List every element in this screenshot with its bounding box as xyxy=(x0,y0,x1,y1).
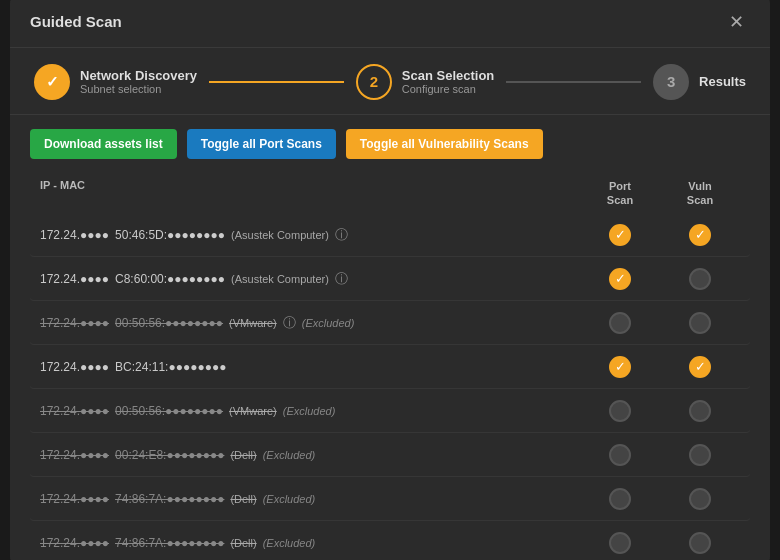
table-row: 172.24.●●●● 00:50:56:●●●●●●●● (VMware) (… xyxy=(30,389,750,433)
step3-title: Results xyxy=(699,74,746,89)
step-results: 3 Results xyxy=(653,64,746,100)
excluded-badge: (Excluded) xyxy=(263,449,316,461)
table-row: 172.24.●●●● BC:24:11:●●●●●●●● ✓ ✓ xyxy=(30,345,750,389)
table-body: 172.24.●●●● 50:46:5D:●●●●●●●● (Asustek C… xyxy=(30,213,750,560)
vuln-scan-toggle[interactable] xyxy=(660,532,740,554)
step2-icon: 2 xyxy=(356,64,392,100)
device-name: (Asustek Computer) xyxy=(231,273,329,285)
port-scan-toggle[interactable] xyxy=(580,532,660,554)
table-row: 172.24.●●●● 00:50:56:●●●●●●●● (VMware) ⓘ… xyxy=(30,301,750,345)
device-name: (Asustek Computer) xyxy=(231,229,329,241)
steps-bar: ✓ Network Discovery Subnet selection 2 S… xyxy=(10,48,770,115)
ip-address: 172.24.●●●● xyxy=(40,448,109,462)
mac-address: 00:50:56:●●●●●●●● xyxy=(115,404,223,418)
col-vuln-scan: Vuln Scan xyxy=(660,179,740,208)
port-scan-toggle[interactable]: ✓ xyxy=(580,268,660,290)
step-scan-selection: 2 Scan Selection Configure scan xyxy=(356,64,494,100)
info-icon[interactable]: ⓘ xyxy=(335,226,348,244)
close-button[interactable]: ✕ xyxy=(723,11,750,33)
mac-address: 74:86:7A:●●●●●●●● xyxy=(115,492,224,506)
ip-address: 172.24.●●●● xyxy=(40,404,109,418)
toolbar: Download assets list Toggle all Port Sca… xyxy=(10,115,770,173)
table-row: 172.24.●●●● 74:86:7A:●●●●●●●● (Dell) (Ex… xyxy=(30,477,750,521)
mac-address: 74:86:7A:●●●●●●●● xyxy=(115,536,224,550)
step1-title: Network Discovery xyxy=(80,68,197,83)
guided-scan-modal: Guided Scan ✕ ✓ Network Discovery Subnet… xyxy=(10,0,770,560)
cell-ip-mac: 172.24.●●●● 74:86:7A:●●●●●●●● (Dell) (Ex… xyxy=(40,536,460,550)
col-ip-mac: IP - MAC xyxy=(40,179,460,208)
cell-ip-mac: 172.24.●●●● 00:50:56:●●●●●●●● (VMware) ⓘ… xyxy=(40,314,460,332)
port-scan-toggle[interactable] xyxy=(580,488,660,510)
vuln-scan-toggle[interactable] xyxy=(660,444,740,466)
ip-address: 172.24.●●●● xyxy=(40,360,109,374)
cell-ip-mac: 172.24.●●●● 00:24:E8:●●●●●●●● (Dell) (Ex… xyxy=(40,448,460,462)
cell-ip-mac: 172.24.●●●● 00:50:56:●●●●●●●● (VMware) (… xyxy=(40,404,460,418)
modal-title: Guided Scan xyxy=(30,13,122,30)
table-header: IP - MAC Port Scan Vuln Scan xyxy=(30,173,750,214)
port-scan-toggle[interactable] xyxy=(580,312,660,334)
port-scan-toggle[interactable]: ✓ xyxy=(580,224,660,246)
step1-icon: ✓ xyxy=(34,64,70,100)
device-name: (Dell) xyxy=(230,493,256,505)
step-line-1 xyxy=(209,81,344,83)
mac-address: 00:24:E8:●●●●●●●● xyxy=(115,448,224,462)
ip-address: 172.24.●●●● xyxy=(40,492,109,506)
scan-table: IP - MAC Port Scan Vuln Scan 172.24.●●●●… xyxy=(10,173,770,560)
table-row: 172.24.●●●● C8:60:00:●●●●●●●● (Asustek C… xyxy=(30,257,750,301)
step-line-2 xyxy=(506,81,641,83)
vuln-scan-toggle[interactable] xyxy=(660,312,740,334)
toggle-port-scans-button[interactable]: Toggle all Port Scans xyxy=(187,129,336,159)
ip-address: 172.24.●●●● xyxy=(40,228,109,242)
excluded-badge: (Excluded) xyxy=(302,317,355,329)
port-scan-toggle[interactable] xyxy=(580,400,660,422)
step-network-discovery: ✓ Network Discovery Subnet selection xyxy=(34,64,197,100)
mac-address: 00:50:56:●●●●●●●● xyxy=(115,316,223,330)
step1-subtitle: Subnet selection xyxy=(80,83,197,95)
excluded-badge: (Excluded) xyxy=(283,405,336,417)
port-scan-toggle[interactable] xyxy=(580,444,660,466)
device-name: (Dell) xyxy=(230,449,256,461)
mac-address: BC:24:11:●●●●●●●● xyxy=(115,360,226,374)
info-icon[interactable]: ⓘ xyxy=(335,270,348,288)
mac-address: C8:60:00:●●●●●●●● xyxy=(115,272,225,286)
cell-ip-mac: 172.24.●●●● 74:86:7A:●●●●●●●● (Dell) (Ex… xyxy=(40,492,460,506)
vuln-scan-toggle[interactable] xyxy=(660,268,740,290)
cell-ip-mac: 172.24.●●●● C8:60:00:●●●●●●●● (Asustek C… xyxy=(40,270,460,288)
step2-subtitle: Configure scan xyxy=(402,83,494,95)
vuln-scan-toggle[interactable] xyxy=(660,400,740,422)
ip-address: 172.24.●●●● xyxy=(40,272,109,286)
download-assets-button[interactable]: Download assets list xyxy=(30,129,177,159)
cell-ip-mac: 172.24.●●●● BC:24:11:●●●●●●●● xyxy=(40,360,460,374)
vuln-scan-toggle[interactable] xyxy=(660,488,740,510)
modal-header: Guided Scan ✕ xyxy=(10,0,770,48)
device-name: (VMware) xyxy=(229,405,277,417)
port-scan-toggle[interactable]: ✓ xyxy=(580,356,660,378)
device-name: (VMware) xyxy=(229,317,277,329)
cell-ip-mac: 172.24.●●●● 50:46:5D:●●●●●●●● (Asustek C… xyxy=(40,226,460,244)
table-row: 172.24.●●●● 00:24:E8:●●●●●●●● (Dell) (Ex… xyxy=(30,433,750,477)
info-icon[interactable]: ⓘ xyxy=(283,314,296,332)
mac-address: 50:46:5D:●●●●●●●● xyxy=(115,228,225,242)
table-row: 172.24.●●●● 74:86:7A:●●●●●●●● (Dell) (Ex… xyxy=(30,521,750,560)
device-name: (Dell) xyxy=(230,537,256,549)
ip-address: 172.24.●●●● xyxy=(40,316,109,330)
ip-address: 172.24.●●●● xyxy=(40,536,109,550)
step3-icon: 3 xyxy=(653,64,689,100)
excluded-badge: (Excluded) xyxy=(263,493,316,505)
step2-title: Scan Selection xyxy=(402,68,494,83)
table-row: 172.24.●●●● 50:46:5D:●●●●●●●● (Asustek C… xyxy=(30,213,750,257)
col-port-scan: Port Scan xyxy=(580,179,660,208)
toggle-vuln-scans-button[interactable]: Toggle all Vulnerability Scans xyxy=(346,129,543,159)
vuln-scan-toggle[interactable]: ✓ xyxy=(660,224,740,246)
vuln-scan-toggle[interactable]: ✓ xyxy=(660,356,740,378)
excluded-badge: (Excluded) xyxy=(263,537,316,549)
